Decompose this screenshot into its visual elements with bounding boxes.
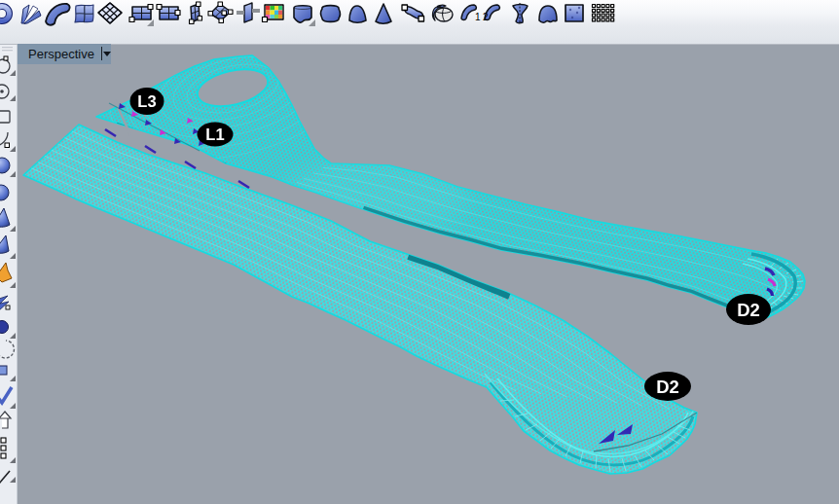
svg-text:1: 1 bbox=[475, 12, 481, 22]
svg-text:L3: L3 bbox=[137, 92, 156, 110]
svg-text:L1: L1 bbox=[205, 126, 224, 143]
svg-text:D2: D2 bbox=[656, 377, 679, 397]
svg-text:D2: D2 bbox=[737, 300, 760, 320]
svg-text:2: 2 bbox=[483, 12, 489, 22]
